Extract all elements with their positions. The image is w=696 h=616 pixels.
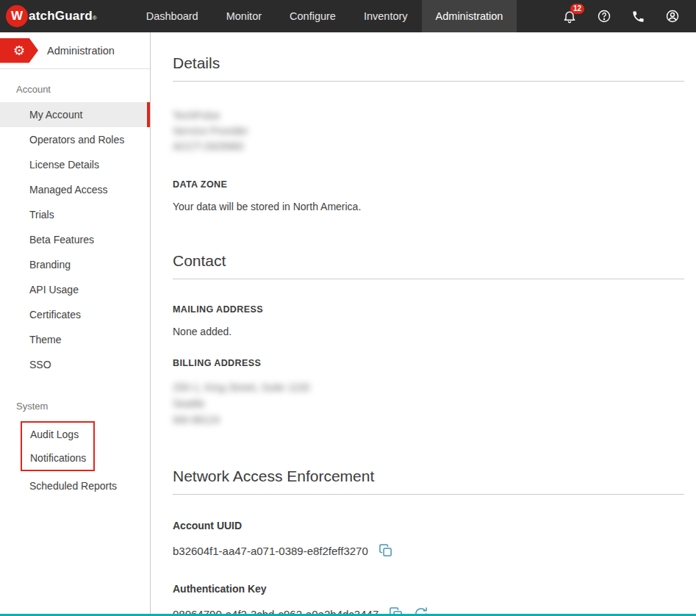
account-menu-button[interactable] [665,9,680,24]
phone-icon [631,10,645,24]
main-nav: Dashboard Monitor Configure Inventory Ad… [132,0,517,32]
account-uuid-row: b32604f1-aa47-a071-0389-e8f2feff3270 [173,543,684,558]
details-heading: Details [173,54,684,82]
gear-icon: ⚙ [13,43,25,59]
top-navigation-bar: W atchGuard ® Dashboard Monitor Configur… [0,0,696,32]
sidebar-item-my-account[interactable]: My Account [0,102,150,127]
notification-badge: 12 [570,4,584,14]
topbar-icons: 12 [562,0,696,32]
data-zone-text: Your data will be stored in North Americ… [173,201,684,212]
mailing-address-label: MAILING ADDRESS [173,304,684,315]
nav-dashboard[interactable]: Dashboard [132,0,212,32]
sidebar-item-api-usage[interactable]: API Usage [0,277,150,302]
admin-sidebar: ⚙ Administration Account My Account Oper… [0,32,151,616]
nav-inventory[interactable]: Inventory [350,0,422,32]
admin-gear-banner: ⚙ [0,38,38,63]
sidebar-header: ⚙ Administration [0,32,150,69]
billing-street-redacted: 250-1, King Street, Suite 1100 [173,379,684,395]
sidebar-item-operators-and-roles[interactable]: Operators and Roles [0,127,150,152]
nav-monitor[interactable]: Monitor [212,0,276,32]
contact-heading: Contact [173,252,684,279]
sidebar-section-account: Account [0,69,150,102]
copy-uuid-button[interactable] [379,543,393,558]
account-summary-redacted: TechPulse Service Provider ACCT-2929960 [173,108,684,154]
sidebar-item-certificates[interactable]: Certificates [0,302,150,327]
sidebar-item-managed-access[interactable]: Managed Access [0,177,150,202]
data-zone-label: DATA ZONE [173,179,684,190]
sidebar-item-trials[interactable]: Trials [0,202,150,227]
sidebar-item-audit-logs[interactable]: Audit Logs [22,423,93,446]
billing-address-label: BILLING ADDRESS [173,358,684,368]
brand-w: W [11,9,23,24]
notifications-button[interactable]: 12 [562,9,577,24]
sidebar-item-theme[interactable]: Theme [0,327,150,352]
help-button[interactable] [597,9,611,24]
account-type-redacted: Service Provider [173,123,684,139]
sidebar-item-branding[interactable]: Branding [0,252,150,277]
sidebar-item-scheduled-reports[interactable]: Scheduled Reports [0,473,150,498]
mailing-address-value: None added. [173,326,684,337]
brand-registered-mark: ® [93,15,97,21]
main-content: Details TechPulse Service Provider ACCT-… [151,32,696,616]
sidebar-section-system: System [0,377,150,419]
account-name-redacted: TechPulse [173,108,684,123]
billing-address-redacted: 250-1, King Street, Suite 1100 Seattle W… [173,379,684,428]
copy-icon [379,543,393,558]
billing-city-redacted: Seattle [173,395,684,412]
billing-zip-redacted: WA 98124 [173,412,684,428]
account-id-redacted: ACCT-2929960 [173,139,684,154]
sidebar-item-notifications[interactable]: Notifications [22,446,93,470]
sidebar-title: Administration [47,45,115,57]
account-icon [665,9,680,24]
phone-support-button[interactable] [631,10,645,24]
sidebar-item-license-details[interactable]: License Details [0,152,150,177]
red-annotation-box: Audit Logs Notifications [21,421,95,471]
authentication-key-label: Authentication Key [173,583,684,595]
watchguard-logo[interactable]: W atchGuard ® [0,0,107,32]
account-uuid-value: b32604f1-aa47-a071-0389-e8f2feff3270 [173,545,368,557]
page-layout: ⚙ Administration Account My Account Oper… [0,32,696,616]
nav-administration[interactable]: Administration [422,0,517,32]
nav-configure[interactable]: Configure [276,0,350,32]
sidebar-item-beta-features[interactable]: Beta Features [0,227,150,252]
network-access-enforcement-heading: Network Access Enforcement [173,468,684,495]
sidebar-item-sso[interactable]: SSO [0,352,150,377]
help-icon [597,9,611,24]
account-uuid-label: Account UUID [173,520,684,531]
brand-text: atchGuard [29,9,93,24]
watchguard-logo-icon: W [6,5,28,27]
